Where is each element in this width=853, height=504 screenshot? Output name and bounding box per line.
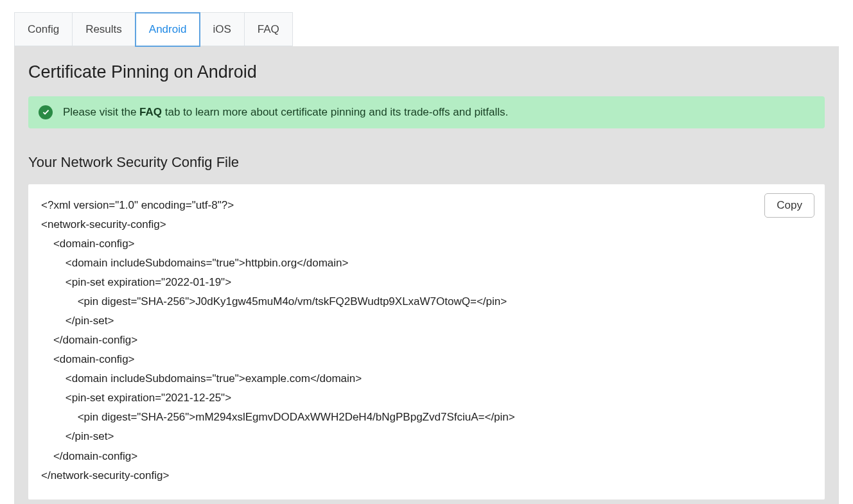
tab-config[interactable]: Config [15,13,73,46]
page-root: Config Results Android iOS FAQ Certifica… [0,0,853,504]
tab-ios[interactable]: iOS [200,13,244,46]
faq-notice-text: Please visit the FAQ tab to learn more a… [63,104,508,121]
config-code-block: <?xml version="1.0" encoding="utf-8"?> <… [28,184,825,500]
tab-bar: Config Results Android iOS FAQ [14,12,293,46]
tab-android[interactable]: Android [135,12,201,47]
content-panel: Certificate Pinning on Android Please vi… [14,46,839,505]
tab-faq[interactable]: FAQ [245,13,292,46]
faq-notice-suffix: tab to learn more about certificate pinn… [162,106,508,118]
tab-results[interactable]: Results [73,13,136,46]
section-title: Your Network Security Config File [28,152,825,173]
page-title: Certificate Pinning on Android [28,59,825,85]
check-circle-icon [39,105,53,119]
copy-button[interactable]: Copy [764,193,814,218]
faq-notice-prefix: Please visit the [63,106,139,118]
faq-notice-strong: FAQ [139,106,162,118]
faq-notice: Please visit the FAQ tab to learn more a… [28,96,825,128]
config-code-text: <?xml version="1.0" encoding="utf-8"?> <… [41,196,812,485]
